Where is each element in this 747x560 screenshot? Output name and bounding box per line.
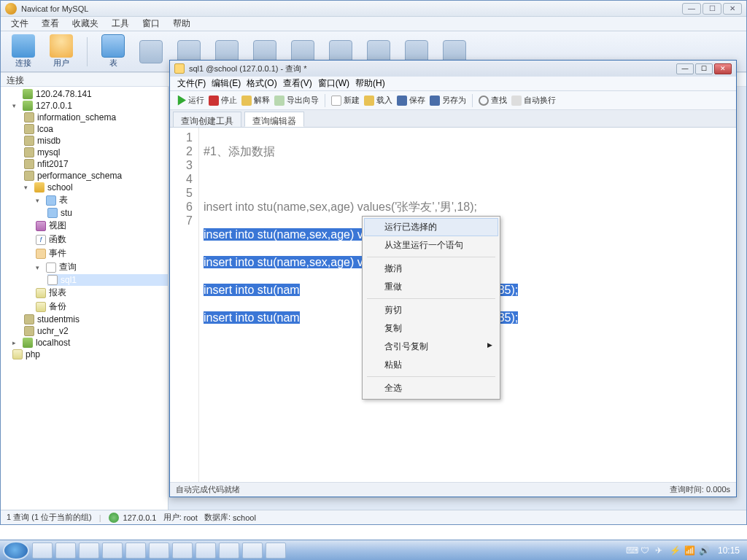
explain-button[interactable]: 解释 — [241, 95, 270, 106]
ctx-copy-quoted[interactable]: 含引号复制▶ — [364, 338, 498, 356]
tray-icon[interactable]: 📶 — [684, 545, 694, 556]
taskbar-item[interactable] — [55, 542, 76, 559]
taskbar-item[interactable] — [196, 542, 216, 559]
menu-file[interactable]: 文件 — [11, 18, 28, 30]
node-reports[interactable]: 报表 — [36, 286, 168, 300]
run-button[interactable]: 运行 — [176, 95, 204, 106]
status-server: 127.0.0.1 — [123, 513, 157, 522]
toolbar-connect[interactable]: 连接 — [7, 34, 40, 69]
taskbar-item[interactable] — [79, 542, 99, 559]
menu-window[interactable]: 窗口 — [142, 18, 160, 30]
qmenu-format[interactable]: 格式(O) — [247, 77, 276, 90]
connection-tree[interactable]: 120.24.78.141 ▾127.0.0.1 information_sch… — [1, 87, 169, 510]
toolbar-user[interactable]: 用户 — [44, 34, 78, 69]
database-icon — [24, 124, 34, 134]
minimize-button[interactable]: — — [682, 3, 701, 15]
ctx-select-all[interactable]: 全选 — [364, 379, 498, 397]
ctx-run-selected[interactable]: 运行已选择的 — [364, 218, 498, 236]
taskbar-item[interactable] — [219, 542, 239, 559]
find-button[interactable]: 查找 — [479, 95, 507, 106]
taskbar-item[interactable] — [266, 542, 286, 559]
query-status-time: 查询时间: 0.000s — [670, 484, 730, 495]
query-minimize-button[interactable]: — — [676, 63, 694, 74]
close-button[interactable]: ✕ — [723, 3, 742, 15]
node-functions[interactable]: f函数 — [36, 233, 168, 246]
query-close-button[interactable]: ✕ — [714, 63, 732, 74]
wrap-button[interactable]: 自动换行 — [511, 95, 556, 106]
query-sql1[interactable]: sql1 — [47, 274, 168, 286]
server-php[interactable]: php — [12, 349, 168, 360]
ctx-redo[interactable]: 重做 — [364, 278, 498, 296]
database-icon — [24, 326, 34, 336]
taskbar-item[interactable] — [102, 542, 123, 559]
db-uchr-v2[interactable]: uchr_v2 — [24, 325, 168, 337]
db-nfit2017[interactable]: nfit2017 — [24, 158, 168, 170]
start-button[interactable] — [3, 541, 29, 560]
load-button[interactable]: 载入 — [364, 95, 392, 106]
db-school[interactable]: ▾school — [24, 182, 168, 193]
taskbar-clock[interactable]: 10:15 — [713, 545, 744, 556]
export-button[interactable]: 导出向导 — [274, 95, 319, 106]
tray-icon[interactable]: 🛡 — [640, 545, 651, 556]
ctx-copy[interactable]: 复制 — [364, 319, 498, 338]
save-icon — [397, 96, 407, 106]
ctx-cut[interactable]: 剪切 — [364, 301, 498, 319]
table-icon — [47, 208, 58, 218]
tray-icon[interactable]: ⌨ — [626, 545, 636, 556]
maximize-button[interactable]: ☐ — [703, 3, 721, 15]
tab-builder[interactable]: 查询创建工具 — [173, 112, 241, 127]
database-icon — [24, 171, 34, 181]
saveas-icon — [430, 96, 440, 106]
node-queries[interactable]: ▾查询 — [36, 260, 168, 274]
taskbar-item[interactable] — [32, 542, 53, 559]
node-tables[interactable]: ▾表 — [36, 193, 168, 207]
stop-button[interactable]: 停止 — [209, 95, 237, 106]
query-window-icon — [174, 63, 185, 74]
table-stu[interactable]: stu — [47, 207, 168, 219]
ctx-separator — [367, 376, 495, 377]
play-icon — [176, 96, 186, 106]
db-performance-schema[interactable]: performance_schema — [24, 170, 168, 182]
db-misdb[interactable]: misdb — [24, 135, 168, 147]
qmenu-edit[interactable]: 编辑(E) — [212, 77, 241, 90]
query-tabs: 查询创建工具 查询编辑器 — [170, 110, 736, 128]
query-maximize-button[interactable]: ☐ — [695, 63, 713, 74]
new-button[interactable]: 新建 — [331, 95, 360, 106]
node-events[interactable]: 事件 — [36, 246, 168, 260]
save-button[interactable]: 保存 — [397, 95, 425, 106]
server-local[interactable]: ▾127.0.0.1 — [12, 100, 168, 112]
tray-volume-icon[interactable]: 🔊 — [699, 545, 709, 556]
menu-tools[interactable]: 工具 — [112, 18, 129, 30]
taskbar-item[interactable] — [172, 542, 193, 559]
menu-view[interactable]: 查看 — [42, 18, 59, 30]
db-information-schema[interactable]: information_schema — [24, 112, 168, 123]
query-title-bar[interactable]: sql1 @school (127.0.0.1) - 查询 * — ☐ ✕ — [170, 61, 736, 77]
ctx-run-statement[interactable]: 从这里运行一个语句 — [364, 236, 498, 254]
qmenu-help[interactable]: 帮助(H) — [355, 77, 385, 90]
tray-icon[interactable]: ⚡ — [670, 545, 680, 556]
menu-favorites[interactable]: 收藏夹 — [72, 18, 98, 30]
saveas-button[interactable]: 另存为 — [430, 95, 466, 106]
ctx-paste[interactable]: 粘贴 — [364, 356, 498, 374]
taskbar-item[interactable] — [149, 542, 169, 559]
ctx-undo[interactable]: 撤消 — [364, 260, 498, 278]
db-mysql[interactable]: mysql — [24, 147, 168, 158]
toolbar-btn-4[interactable] — [134, 40, 168, 63]
tray-icon[interactable]: ✈ — [655, 545, 665, 556]
qmenu-view[interactable]: 查看(V) — [283, 77, 312, 90]
tab-editor[interactable]: 查询编辑器 — [244, 112, 304, 127]
db-lcoa[interactable]: lcoa — [24, 123, 168, 135]
node-backup[interactable]: 备份 — [36, 300, 168, 314]
server-remote[interactable]: 120.24.78.141 — [12, 88, 168, 100]
db-studentmis[interactable]: studentmis — [24, 314, 168, 325]
qmenu-window[interactable]: 窗口(W) — [318, 77, 349, 90]
database-icon — [24, 112, 34, 122]
node-views[interactable]: 视图 — [36, 219, 168, 233]
toolbar-table[interactable]: 表 — [96, 34, 130, 69]
explain-icon — [241, 96, 252, 106]
taskbar-item[interactable] — [125, 542, 146, 559]
taskbar-item[interactable] — [242, 542, 263, 559]
qmenu-file[interactable]: 文件(F) — [177, 77, 206, 90]
server-localhost[interactable]: ▸localhost — [12, 337, 168, 349]
menu-help[interactable]: 帮助 — [173, 18, 190, 30]
